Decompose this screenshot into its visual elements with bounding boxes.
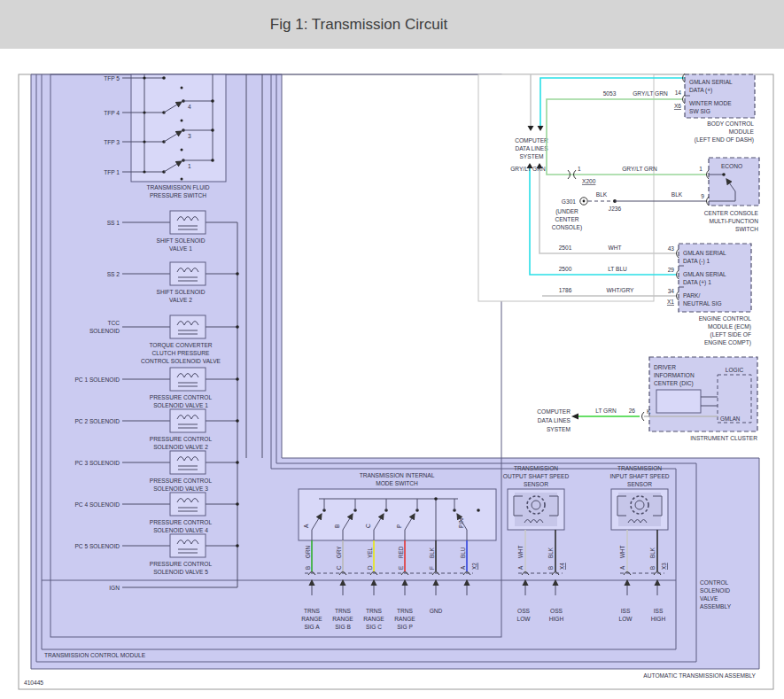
terminal-iss-high-2: HIGH xyxy=(651,616,666,622)
econo-caption-3: SWITCH xyxy=(735,226,758,232)
tcm-label: TRANSMISSION CONTROL MODULE xyxy=(44,652,146,658)
iss-caption-2: INPUT SHAFT SPEED xyxy=(609,473,669,479)
terminal-trns-a-3: SIG A xyxy=(304,624,320,630)
circuit-2501-num: 2501 xyxy=(559,245,572,251)
transmission-circuit-page: Fig 1: Transmission Circuit 410445 AUTOM… xyxy=(0,0,784,699)
bcm-label-3: (LEFT END OF DASH) xyxy=(695,136,754,144)
econo-pin-1: 1 xyxy=(699,166,702,172)
circuit-2500-color: LT BLU xyxy=(608,266,627,272)
ss2-caption-1: SHIFT SOLENOID xyxy=(157,289,206,295)
doc-number: 410445 xyxy=(24,680,43,686)
csva-label-1: CONTROL xyxy=(700,579,729,586)
bcm-pin-gmlan-1: GMLAN SERIAL xyxy=(689,79,733,85)
terminal-iss-low-1: ISS xyxy=(621,608,631,614)
iss-caption-3: SENSOR xyxy=(627,481,652,487)
bcm-conn-x6: X6 xyxy=(674,103,681,109)
ecm-label-2: MODULE (ECM) xyxy=(708,323,751,330)
tfp-contact-4: 4 xyxy=(188,104,191,110)
bcm-pin-gmlan-2: DATA (+) xyxy=(689,87,712,94)
pin-tcc-1: TCC xyxy=(107,320,120,326)
data-lines-bottom-3: SYSTEM xyxy=(547,426,571,432)
wire-pin-c: C xyxy=(336,565,342,570)
ecm-label-1: ENGINE CONTROL xyxy=(699,315,752,322)
pc3-caption-1: PRESSURE CONTROL xyxy=(150,478,213,484)
terminal-trns-p-1: TRNS xyxy=(397,608,414,614)
ecm-conn-x1: X1 xyxy=(667,299,674,305)
econo-switch: ECONO CENTER CONSOLE MULTI-FUNCTION SWIT… xyxy=(704,158,759,232)
wire-pin-e: E xyxy=(398,566,404,570)
terminal-oss-low-2: LOW xyxy=(516,616,531,622)
mode-switch-caption-1: TRANSMISSION INTERNAL xyxy=(360,472,435,478)
terminal-trns-a-2: RANGE xyxy=(301,616,322,622)
oss-caption-2: OUTPUT SHAFT SPEED xyxy=(503,473,570,479)
terminal-trns-b-3: SIG B xyxy=(335,624,351,630)
mode-contact-pn-label: P/N xyxy=(458,518,464,528)
blk-wire-label-1: BLK xyxy=(596,191,608,198)
pin-pc3: PC 3 SOLENOID xyxy=(74,460,120,466)
title-bar: Fig 1: Transmission Circuit xyxy=(0,0,784,49)
iss-caption-1: TRANSMISSION xyxy=(617,465,662,471)
mode-switch-caption-2: MODE SWITCH xyxy=(376,480,418,486)
mode-contact-c-label: C xyxy=(365,524,371,528)
pc1-caption-2: SOLENOID VALVE 1 xyxy=(153,402,208,408)
pin-tfp3: TFP 3 xyxy=(104,139,120,145)
ecm-sig-2b: DATA (+) 1 xyxy=(683,279,711,286)
circuit-2500-num: 2500 xyxy=(559,266,572,272)
pc2-caption-1: PRESSURE CONTROL xyxy=(150,436,213,442)
csva-label-4: ASSEMBLY xyxy=(700,603,732,610)
terminal-trns-b-2: RANGE xyxy=(332,616,353,622)
x200-pin-left: 1 xyxy=(578,166,581,172)
x200-color-right: GRY/LT GRN xyxy=(622,166,657,172)
wire-pin-d: D xyxy=(367,565,373,570)
ecm-sig-3a: PARK/ xyxy=(683,292,700,299)
terminal-trns-c-3: SIG C xyxy=(366,624,382,630)
wire-color-yel: YEL xyxy=(367,548,373,558)
oss-caption-1: TRANSMISSION xyxy=(514,465,558,471)
pc4-caption-1: PRESSURE CONTROL xyxy=(150,519,213,525)
dic-title-3: CENTER (DIC) xyxy=(654,380,694,387)
ecm-sig-1a: GMLAN SERIAL xyxy=(683,250,726,256)
wire-color-grn: GRN xyxy=(305,546,311,558)
ss2-caption-2: VALVE 2 xyxy=(169,297,192,303)
g301-loc-1: (UNDER xyxy=(555,208,578,215)
ecm-pin-43: 43 xyxy=(668,245,675,252)
mode-contact-a-label: A xyxy=(303,524,309,528)
pc3-caption-2: SOLENOID VALVE 3 xyxy=(153,485,208,492)
data-lines-top-3: SYSTEM xyxy=(519,153,543,159)
wire-pin-b: B xyxy=(305,566,311,570)
pin-pc1: PC 1 SOLENOID xyxy=(74,377,120,383)
pin-ign: IGN xyxy=(109,585,120,591)
ecm-sig-3b: NEUTRAL SIG xyxy=(683,300,722,307)
pc5-caption-2: SOLENOID VALVE 5 xyxy=(153,569,208,575)
mode-contact-b-label: B xyxy=(334,524,340,528)
pin-pc2: PC 2 SOLENOID xyxy=(74,418,120,424)
tcc-caption-3: CONTROL SOLENOID VALVE xyxy=(141,358,221,364)
ecm-label-3: (LEFT SIDE OF xyxy=(710,331,751,338)
tcc-caption-2: CLUTCH PRESSURE xyxy=(152,350,210,356)
csva-label-3: VALVE xyxy=(700,595,718,602)
pin-ss2: SS 2 xyxy=(107,271,120,277)
pc5-caption-1: PRESSURE CONTROL xyxy=(150,561,213,567)
wire-pin-f: F xyxy=(429,566,435,570)
ecm-sig-2a: GMLAN SERIAL xyxy=(683,271,726,277)
wire-color-blk: BLK xyxy=(429,547,435,558)
dic-logic-label: LOGIC xyxy=(726,367,744,373)
data-lines-bottom-2: DATA LINES xyxy=(538,417,571,423)
ecm-sig-1b: DATA (-) 1 xyxy=(683,258,710,265)
conn-x2: X2 xyxy=(471,563,477,570)
pin-ss1: SS 1 xyxy=(107,220,120,226)
ss1-caption-2: VALVE 1 xyxy=(169,245,192,252)
ecm-label-4: ENGINE COMPT) xyxy=(704,339,751,346)
tfp-contact-3: 3 xyxy=(188,133,191,139)
x200-name: X200 xyxy=(582,178,596,184)
bcm-pin-winter-2: SW SIG xyxy=(689,108,710,114)
econo-pin-9: 9 xyxy=(701,193,704,199)
dic-pin-26: 26 xyxy=(629,408,636,414)
pin-tfp5: TFP 5 xyxy=(104,75,120,82)
terminal-oss-high-1: OSS xyxy=(550,608,563,614)
oss-caption-3: SENSOR xyxy=(524,481,548,487)
j236-label: J236 xyxy=(609,206,622,212)
blk-wire-label-2: BLK xyxy=(671,191,683,198)
wire-color-blu: BLU xyxy=(460,547,466,558)
terminal-trns-p-2: RANGE xyxy=(394,616,415,622)
